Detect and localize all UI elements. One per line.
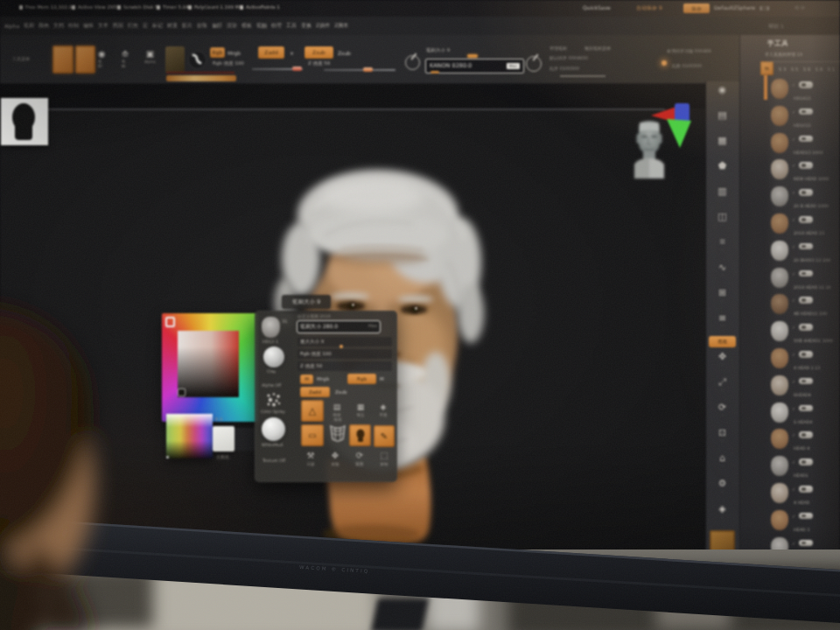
photo-grain [0, 0, 840, 630]
photo-of-monitor: Free Mem 12,102.0Active View 2955Scratch… [0, 0, 840, 630]
